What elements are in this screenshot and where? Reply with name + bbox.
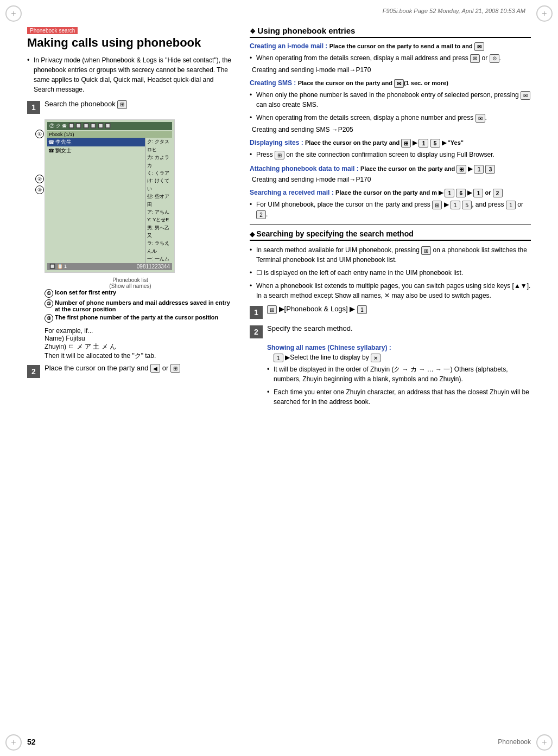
- example-section: For example, if... Name) Fujitsu Zhuyin)…: [45, 327, 233, 361]
- subsection-search-mail: Searching a received mail : Place the cu…: [250, 189, 531, 219]
- sites-title: Displaying sites : Place the cursor on t…: [250, 139, 531, 148]
- page-footer: 52 Phonebook: [27, 738, 531, 746]
- pb-bottom: 🔲 📋 1 09811223344: [47, 263, 172, 270]
- annot-circle-2-pos: ②: [35, 174, 46, 183]
- subsection-attach: Attaching phonebook data to mail : Place…: [250, 165, 531, 183]
- example-name: Name) Fujitsu: [45, 335, 233, 342]
- idx-9: ラ: ラちえんル: [147, 239, 172, 255]
- pb-list: ☎ 李先生 ☎ 劉女士: [47, 138, 145, 262]
- annot-1: ① Icon set for first entry: [45, 289, 233, 298]
- pb-name-2: 劉女士: [55, 147, 72, 155]
- search-method-title: Searching by specifying the search metho…: [250, 229, 531, 241]
- annot-circle-3-pos: ③: [35, 185, 46, 194]
- section-divider: [250, 225, 531, 225]
- step-1: 1 Search the phonebook ⊞: [27, 100, 233, 114]
- search-step-1-content: ⊞ ▶[Phonebook & Logs] ▶ 1: [267, 305, 531, 314]
- corner-mark-br: [536, 734, 553, 751]
- step-1-num: 1: [27, 101, 40, 114]
- corner-mark-tl: [5, 5, 22, 22]
- imode-title: Creating an i-mode mail : Place the curs…: [250, 42, 531, 51]
- key-x: ✕: [371, 354, 381, 362]
- idx-6: ア: アちん: [147, 208, 172, 216]
- sms-ref: Creating and sending SMS →P205: [252, 126, 531, 133]
- annot-text-3: The first phone number of the party at t…: [55, 314, 218, 321]
- search-mail-bullet-1: For UIM phonebook, place the cursor on t…: [250, 200, 531, 219]
- step2-or: or: [162, 364, 170, 372]
- main-content: Phonebook search Making calls using phon…: [27, 26, 531, 734]
- example-note: Then it will be allocated to the "ク" tab…: [45, 351, 233, 361]
- step2-key2: ⊞: [170, 364, 180, 373]
- annot-area: ① Icon set for first entry ② Number of p…: [45, 289, 233, 323]
- pb-index: ク: クタスロヒ 力: カよラカ く: くラア け: けくてい 些: 些オア田 …: [145, 138, 172, 262]
- annot-circle-1: ①: [35, 130, 44, 138]
- search-step-1: 1 ⊞ ▶[Phonebook & Logs] ▶ 1: [250, 305, 531, 319]
- showing-all-bullet-1: It will be displayed in the order of Zhu…: [267, 364, 531, 384]
- idx-8: 男: 男へ乙又: [147, 224, 172, 240]
- step2-key1: ◀: [150, 364, 160, 373]
- subsection-imode: Creating an i-mode mail : Place the curs…: [250, 42, 531, 74]
- showing-all-sub: 1 ▶Select the line to display by ✕: [274, 354, 531, 362]
- search-method-bullet-2: ☐ is displayed on the left of each entry…: [250, 268, 531, 278]
- pb-bottom-icons: 🔲 📋 1: [49, 264, 67, 269]
- pb-entry-1: ☎ 李先生: [47, 138, 145, 146]
- annot-num-2: ②: [45, 299, 53, 308]
- pb-caption: Phonebook list(Show all names): [27, 277, 233, 289]
- pb-icon-1: ☎: [48, 139, 54, 145]
- page-header: F905i.book Page 52 Monday, April 21, 200…: [383, 8, 525, 14]
- pb-screen: ② ク ☎ 🔲 🔲 🔲 🔲 🔲 🔲 Pbook (1/1) ☎ 李先生 ☎ 劉女…: [45, 120, 174, 272]
- pb-name-1: 李先生: [55, 138, 72, 146]
- idx-10: 一: 一んム: [147, 255, 172, 262]
- step-1-content: Search the phonebook ⊞: [45, 100, 233, 109]
- phonebook-image: ② ク ☎ 🔲 🔲 🔲 🔲 🔲 🔲 Pbook (1/1) ☎ 李先生 ☎ 劉女…: [45, 119, 175, 272]
- annot-num-3: ③: [45, 314, 53, 323]
- search-step-2-content: Specify the search method.: [267, 324, 531, 332]
- page-number: 52: [27, 738, 36, 746]
- annot-3: ③ The first phone number of the party at…: [45, 314, 233, 323]
- search-method-bullet-1: In search method available for UIM phone…: [250, 245, 531, 265]
- annot-num-1: ①: [45, 289, 53, 298]
- pb-phone-num: 09811223344: [137, 264, 170, 270]
- corner-mark-bl: [5, 734, 22, 751]
- search-step-2: 2 Specify the search method.: [250, 324, 531, 338]
- left-column: Phonebook search Making calls using phon…: [27, 26, 233, 383]
- showing-all-names: Showing all names (Chinese syllabary) : …: [267, 344, 531, 407]
- imode-bullet-1: When operating from the details screen, …: [250, 53, 531, 63]
- pb-screen-header: ② ク ☎ 🔲 🔲 🔲 🔲 🔲 🔲: [47, 122, 172, 130]
- menu-key-right: ⊞: [267, 305, 277, 314]
- sites-bullet-1: Press ⊞ on the site connection confirmat…: [250, 150, 531, 159]
- step-2-num: 2: [27, 365, 40, 378]
- sms-title: Creating SMS : Place the cursor on the p…: [250, 79, 531, 88]
- pb-empty-space: [47, 155, 145, 188]
- corner-mark-tr: [536, 5, 553, 22]
- example-title: For example, if...: [45, 327, 233, 335]
- pb-entry-2: ☎ 劉女士: [47, 146, 145, 155]
- search-method-bullet-3: When a phonebook list extends to multipl…: [250, 281, 531, 300]
- main-title: Making calls using phonebook: [27, 36, 233, 50]
- annot-circle-3: ③: [35, 185, 44, 194]
- idx-5: 些: 些オア田: [147, 193, 172, 208]
- showing-all-title: Showing all names (Chinese syllabary) :: [267, 344, 531, 351]
- section-badge: Phonebook search: [27, 27, 78, 34]
- pb-icon-2: ☎: [48, 148, 54, 153]
- idx-2: 力: カよラカ: [147, 153, 172, 169]
- search-step-1-num: 1: [250, 306, 263, 319]
- key-1: 1: [357, 305, 367, 314]
- right-column: Using phonebook entries Creating an i-mo…: [250, 26, 531, 410]
- annot-circle-2: ②: [35, 175, 44, 183]
- imode-ref: Creating and sending i-mode mail→P170: [252, 66, 531, 74]
- showing-all-bullet-2: Each time you enter one Zhuyin character…: [267, 387, 531, 407]
- footer-section: Phonebook: [498, 738, 531, 746]
- annot-text-2: Number of phone numbers and mail address…: [55, 299, 233, 312]
- sms-bullet-1: When only the phone number is saved in t…: [250, 90, 531, 110]
- annot-circle-1-pos: ①: [35, 130, 46, 138]
- key-1-show: 1: [274, 354, 283, 362]
- annot-2: ② Number of phone numbers and mail addre…: [45, 299, 233, 312]
- pb-entries: ☎ 李先生 ☎ 劉女士 ク: クタスロヒ 力: カよラカ く: くラア: [47, 138, 172, 262]
- attach-ref: Creating and sending i-mode mail→P170: [252, 176, 531, 183]
- idx-4: け: けくてい: [147, 177, 172, 193]
- right-section-title: Using phonebook entries: [250, 26, 531, 38]
- search-step-2-text: Specify the search method.: [267, 324, 353, 332]
- pb-icons-row: ② ク ☎ 🔲 🔲 🔲 🔲 🔲 🔲: [49, 123, 111, 130]
- search-step-2-num: 2: [250, 325, 263, 338]
- intro-bullet: In Privacy mode (when Phonebook & Logs i…: [27, 55, 233, 94]
